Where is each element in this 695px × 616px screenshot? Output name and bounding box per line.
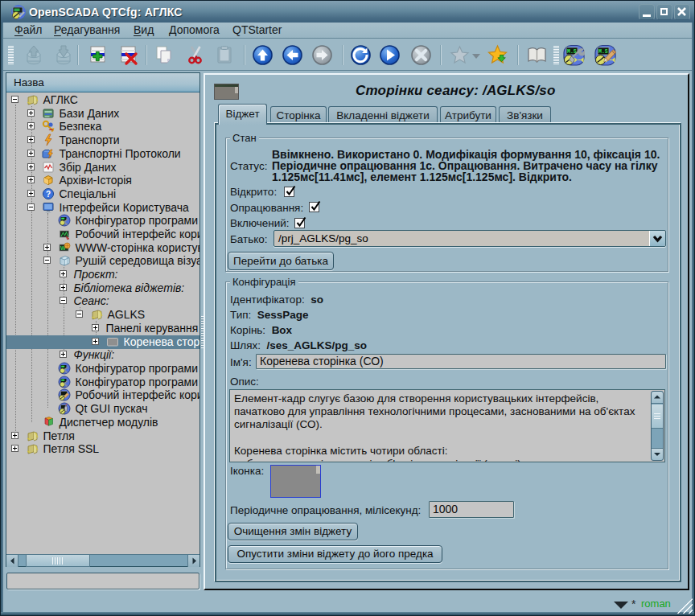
svg-text:M.S: M.S [598, 49, 608, 55]
